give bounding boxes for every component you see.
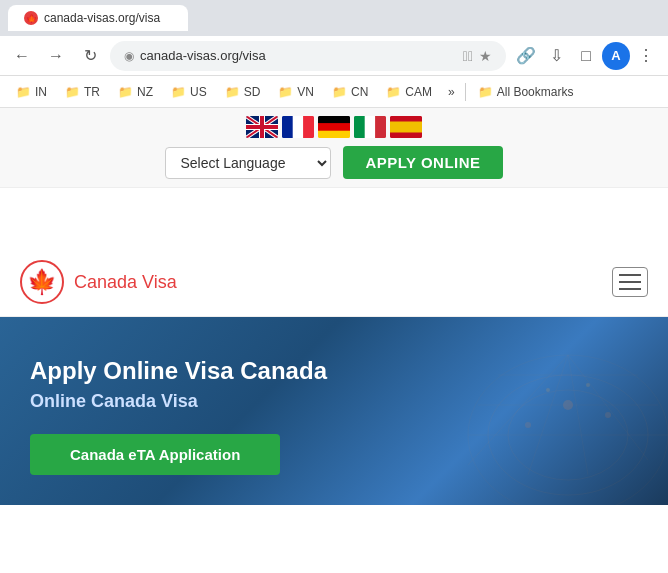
svg-rect-16: [354, 116, 365, 138]
more-icon: »: [448, 85, 455, 99]
svg-rect-13: [318, 116, 350, 123]
svg-rect-20: [390, 122, 422, 133]
secure-icon: ◉: [124, 49, 134, 63]
flag-it[interactable]: [354, 116, 386, 138]
tab-title: canada-visas.org/visa: [44, 11, 160, 25]
bookmark-separator: [465, 83, 466, 101]
folder-icon: 📁: [278, 85, 293, 99]
svg-rect-14: [318, 123, 350, 130]
svg-point-34: [605, 412, 611, 418]
profile-icon[interactable]: A: [602, 42, 630, 70]
more-bookmarks-button[interactable]: »: [442, 83, 461, 101]
bookmark-label: SD: [244, 85, 261, 99]
svg-line-29: [528, 355, 568, 475]
browser-chrome: 🍁 canada-visas.org/visa ← → ↻ ◉ canada-v…: [0, 0, 668, 108]
visa-header: 🍁 Canada Visa: [0, 248, 668, 317]
svg-point-32: [563, 400, 573, 410]
svg-rect-18: [375, 116, 386, 138]
hero-subtitle: Online Canada Visa: [30, 391, 198, 412]
hamburger-menu[interactable]: [612, 267, 648, 297]
svg-point-22: [468, 355, 668, 505]
bookmark-tr[interactable]: 📁 TR: [57, 83, 108, 101]
maple-leaf-circle: 🍁: [20, 260, 64, 304]
tab-favicon: 🍁: [24, 11, 38, 25]
bookmark-cam[interactable]: 📁 CAM: [378, 83, 440, 101]
hamburger-line-1: [619, 274, 641, 276]
forward-button[interactable]: →: [42, 42, 70, 70]
svg-point-36: [586, 383, 590, 387]
svg-rect-21: [390, 133, 422, 139]
folder-icon: 📁: [118, 85, 133, 99]
folder-icon: 📁: [225, 85, 240, 99]
svg-point-35: [546, 388, 550, 392]
all-bookmarks[interactable]: 📁 All Bookmarks: [470, 83, 582, 101]
reload-button[interactable]: ↻: [76, 42, 104, 70]
svg-rect-11: [293, 116, 304, 138]
eta-application-button[interactable]: Canada eTA Application: [30, 434, 280, 475]
bookmarks-bar: 📁 IN 📁 TR 📁 NZ 📁 US 📁 SD 📁 VN 📁 CN 📁: [0, 76, 668, 108]
url-text: canada-visas.org/visa: [140, 48, 457, 63]
flags-row: [246, 116, 422, 138]
bookmark-label: US: [190, 85, 207, 99]
flag-fr[interactable]: [282, 116, 314, 138]
visa-logo: 🍁 Canada Visa: [20, 260, 177, 304]
folder-icon: 📁: [478, 85, 493, 99]
svg-text:🍁: 🍁: [26, 13, 36, 23]
download-icon[interactable]: ⇩: [542, 42, 570, 70]
hamburger-line-2: [619, 281, 641, 283]
bookmark-nz[interactable]: 📁 NZ: [110, 83, 161, 101]
lang-controls: Select Language English French German It…: [165, 146, 502, 179]
bookmark-label: TR: [84, 85, 100, 99]
svg-rect-17: [365, 116, 376, 138]
svg-line-31: [568, 355, 648, 460]
svg-rect-10: [282, 116, 293, 138]
bookmark-label: VN: [297, 85, 314, 99]
bookmark-vn[interactable]: 📁 VN: [270, 83, 322, 101]
svg-line-30: [568, 355, 588, 475]
hero-section: Apply Online Visa Canada Online Canada V…: [0, 317, 668, 505]
svg-line-28: [468, 355, 568, 465]
svg-rect-9: [260, 116, 264, 138]
all-bookmarks-label: All Bookmarks: [497, 85, 574, 99]
nav-bar: ← → ↻ ◉ canada-visas.org/visa 👁̸ ★ 🔗 ⇩ □…: [0, 36, 668, 76]
menu-icon[interactable]: ⋮: [632, 42, 660, 70]
svg-rect-19: [390, 116, 422, 122]
extensions-icon[interactable]: □: [572, 42, 600, 70]
star-icon[interactable]: ★: [479, 48, 492, 64]
dome-illustration: [388, 317, 668, 505]
active-tab[interactable]: 🍁 canada-visas.org/visa: [8, 5, 188, 31]
folder-icon: 📁: [171, 85, 186, 99]
hero-title: Apply Online Visa Canada: [30, 357, 327, 385]
page-content: Select Language English French German It…: [0, 108, 668, 573]
folder-icon: 📁: [332, 85, 347, 99]
language-bar: Select Language English French German It…: [0, 108, 668, 188]
folder-icon: 📁: [65, 85, 80, 99]
eye-slash-icon: 👁̸: [463, 48, 473, 64]
bookmark-us[interactable]: 📁 US: [163, 83, 215, 101]
bookmark-in[interactable]: 📁 IN: [8, 83, 55, 101]
maple-leaf-icon: 🍁: [27, 268, 57, 296]
bookmark-label: IN: [35, 85, 47, 99]
nav-spacer: [0, 188, 668, 248]
svg-rect-15: [318, 131, 350, 138]
flag-es[interactable]: [390, 116, 422, 138]
folder-icon: 📁: [16, 85, 31, 99]
flag-de[interactable]: [318, 116, 350, 138]
svg-point-33: [525, 422, 531, 428]
share-icon[interactable]: 🔗: [512, 42, 540, 70]
hamburger-line-3: [619, 288, 641, 290]
address-bar[interactable]: ◉ canada-visas.org/visa 👁̸ ★: [110, 41, 506, 71]
apply-online-button[interactable]: APPLY ONLINE: [343, 146, 502, 179]
svg-rect-12: [303, 116, 314, 138]
bookmark-sd[interactable]: 📁 SD: [217, 83, 269, 101]
flag-uk[interactable]: [246, 116, 278, 138]
visa-title: Canada Visa: [74, 272, 177, 293]
tab-bar: 🍁 canada-visas.org/visa: [0, 0, 668, 36]
bookmark-label: CAM: [405, 85, 432, 99]
bookmark-label: NZ: [137, 85, 153, 99]
bookmark-cn[interactable]: 📁 CN: [324, 83, 376, 101]
folder-icon: 📁: [386, 85, 401, 99]
back-button[interactable]: ←: [8, 42, 36, 70]
nav-icons: 🔗 ⇩ □ A ⋮: [512, 42, 660, 70]
language-select[interactable]: Select Language English French German It…: [165, 147, 331, 179]
